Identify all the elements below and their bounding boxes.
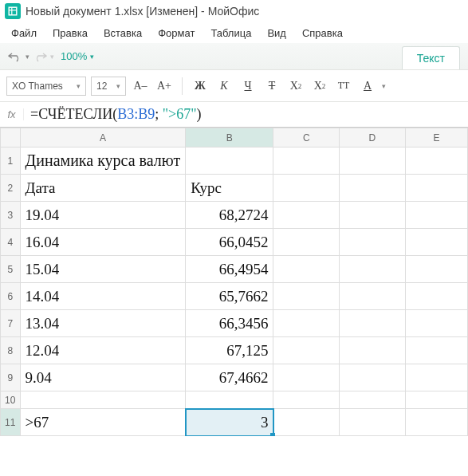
cell-d8[interactable] (340, 337, 406, 364)
font-increase-button[interactable]: A+ (155, 77, 174, 96)
cell-b9[interactable]: 67,4662 (186, 364, 273, 391)
cell-c3[interactable] (273, 202, 340, 229)
cell-b7[interactable]: 66,3456 (186, 310, 273, 337)
fx-label[interactable]: fx (0, 108, 24, 120)
cell-b3[interactable]: 68,2724 (186, 202, 273, 229)
row-header-6[interactable]: 6 (1, 283, 21, 310)
cell-a4[interactable]: 16.04 (20, 229, 186, 256)
cell-b10[interactable] (186, 391, 273, 409)
menu-insert[interactable]: Вставка (96, 24, 150, 42)
cell-e10[interactable] (405, 391, 467, 409)
cell-e4[interactable] (405, 229, 467, 256)
cell-d6[interactable] (340, 283, 406, 310)
zoom-level[interactable]: 100% (61, 50, 87, 62)
font-color-chevron-icon[interactable]: ▾ (382, 82, 386, 90)
select-all-corner[interactable] (1, 128, 21, 148)
zoom-chevron-icon[interactable]: ▾ (90, 53, 94, 61)
cell-b5[interactable]: 66,4954 (186, 256, 273, 283)
cell-a1[interactable]: Динамика курса валют (20, 148, 186, 175)
formula-input[interactable]: =СЧЁТЕСЛИ(B3:B9; ">67") (24, 106, 468, 123)
cell-e2[interactable] (405, 175, 467, 202)
menu-table[interactable]: Таблица (203, 24, 259, 42)
menu-edit[interactable]: Правка (45, 24, 96, 42)
col-header-a[interactable]: A (20, 128, 186, 148)
row-header-11[interactable]: 11 (1, 409, 21, 436)
redo-button[interactable] (29, 46, 50, 67)
cell-c10[interactable] (273, 391, 340, 409)
cell-c6[interactable] (273, 283, 340, 310)
cell-e8[interactable] (405, 337, 467, 364)
redo-chevron-icon[interactable]: ▾ (50, 53, 54, 61)
cell-c1[interactable] (273, 148, 340, 175)
menu-format[interactable]: Формат (150, 24, 203, 42)
cell-d9[interactable] (340, 364, 406, 391)
font-decrease-button[interactable]: A– (131, 77, 150, 96)
cell-b4[interactable]: 66,0452 (186, 229, 273, 256)
subscript-button[interactable]: X2 (310, 77, 329, 96)
cell-c9[interactable] (273, 364, 340, 391)
italic-button[interactable]: К (214, 77, 234, 96)
cell-c8[interactable] (273, 337, 340, 364)
cell-a7[interactable]: 13.04 (20, 310, 186, 337)
cell-c7[interactable] (273, 310, 340, 337)
cell-d1[interactable] (340, 148, 406, 175)
menu-help[interactable]: Справка (294, 24, 351, 42)
cell-b1[interactable] (186, 148, 273, 175)
row-header-9[interactable]: 9 (1, 364, 21, 391)
row-header-4[interactable]: 4 (1, 229, 21, 256)
superscript-button[interactable]: X2 (286, 77, 305, 96)
cell-b2[interactable]: Курс (186, 175, 273, 202)
undo-button[interactable] (5, 46, 26, 67)
font-color-button[interactable]: А (358, 77, 377, 96)
cell-e6[interactable] (405, 283, 467, 310)
cell-a5[interactable]: 15.04 (20, 256, 186, 283)
cell-a2[interactable]: Дата (20, 175, 186, 202)
context-tab-text[interactable]: Текст (402, 46, 460, 69)
cell-b8[interactable]: 67,125 (186, 337, 273, 364)
font-size-select[interactable]: 12 ▾ (91, 77, 126, 96)
row-header-2[interactable]: 2 (1, 175, 21, 202)
row-header-1[interactable]: 1 (1, 148, 21, 175)
allcaps-button[interactable]: ТТ (334, 77, 353, 96)
cell-e9[interactable] (405, 364, 467, 391)
font-name-select[interactable]: XO Thames ▾ (6, 77, 86, 96)
col-header-b[interactable]: B (186, 128, 273, 148)
cell-a8[interactable]: 12.04 (20, 337, 186, 364)
cell-e3[interactable] (405, 202, 467, 229)
cell-c2[interactable] (273, 175, 340, 202)
cell-d2[interactable] (340, 175, 406, 202)
strikethrough-button[interactable]: Т (262, 77, 281, 96)
cell-e7[interactable] (405, 310, 467, 337)
cell-d7[interactable] (340, 310, 406, 337)
cell-a9[interactable]: 9.04 (20, 364, 186, 391)
cell-d10[interactable] (340, 391, 406, 409)
cell-d3[interactable] (340, 202, 406, 229)
cell-d11[interactable] (340, 409, 406, 436)
row-header-8[interactable]: 8 (1, 337, 21, 364)
menu-file[interactable]: Файл (3, 24, 45, 42)
col-header-c[interactable]: C (273, 128, 340, 148)
cell-e5[interactable] (405, 256, 467, 283)
col-header-e[interactable]: E (405, 128, 467, 148)
cell-e1[interactable] (405, 148, 467, 175)
cell-b11[interactable]: 3 (186, 409, 273, 436)
cell-a6[interactable]: 14.04 (20, 283, 186, 310)
cell-d5[interactable] (340, 256, 406, 283)
row-header-3[interactable]: 3 (1, 202, 21, 229)
menu-view[interactable]: Вид (259, 24, 294, 42)
cell-a11[interactable]: >67 (20, 409, 186, 436)
cell-c11[interactable] (273, 409, 340, 436)
bold-button[interactable]: Ж (191, 77, 210, 96)
row-header-5[interactable]: 5 (1, 256, 21, 283)
row-header-7[interactable]: 7 (1, 310, 21, 337)
cell-c4[interactable] (273, 229, 340, 256)
cell-c5[interactable] (273, 256, 340, 283)
cell-b6[interactable]: 65,7662 (186, 283, 273, 310)
underline-button[interactable]: Ч (238, 77, 258, 96)
cell-d4[interactable] (340, 229, 406, 256)
cell-e11[interactable] (405, 409, 467, 436)
cell-a10[interactable] (20, 391, 186, 409)
col-header-d[interactable]: D (340, 128, 406, 148)
row-header-10[interactable]: 10 (1, 391, 21, 409)
cell-a3[interactable]: 19.04 (20, 202, 186, 229)
